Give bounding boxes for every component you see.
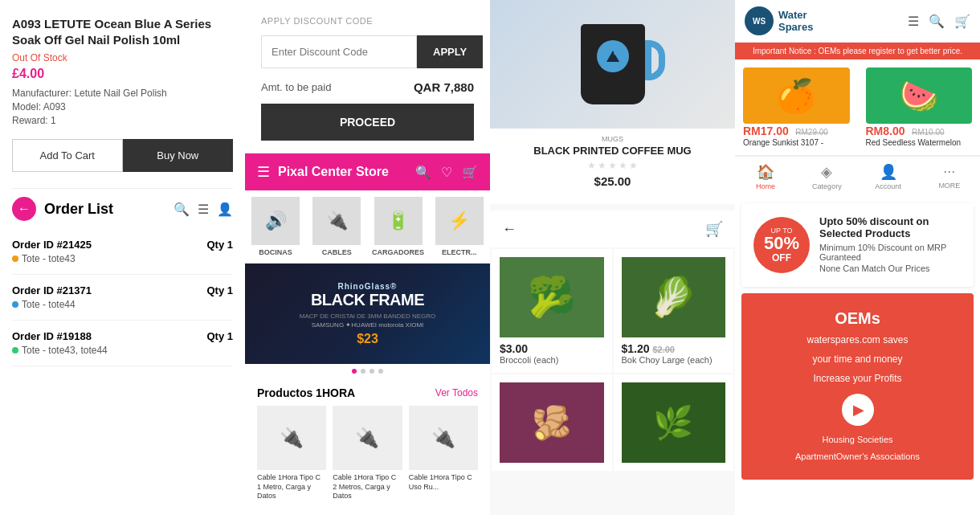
search-icon[interactable]: 🔍 — [929, 14, 945, 29]
mug-price: $25.00 — [490, 174, 735, 196]
nav-account[interactable]: 👤 Account — [858, 157, 919, 197]
product-card-2[interactable]: 🔌 Cable 1Hora Tipo C 2 Metros, Carga y D… — [333, 406, 402, 501]
broccoli-image: 🥦 — [500, 257, 604, 337]
ws-logo-icon: WS — [745, 6, 774, 35]
item-name: Bok Choy Large (each) — [622, 355, 726, 365]
grocery-item-bokchoy[interactable]: 🥬 $1.20 $2.00 Bok Choy Large (each) — [614, 249, 734, 373]
discount-pct: 50% — [764, 235, 799, 252]
ws-header: WS Water Spares ☰ 🔍 🛒 — [735, 0, 980, 43]
search-icon[interactable]: 🔍 — [415, 165, 431, 180]
product-actions: Add To Cart Buy Now — [12, 139, 233, 172]
notice-bar: Important Notice : OEMs please register … — [735, 43, 980, 59]
productos-title: Productos 1HORA — [257, 386, 355, 399]
product-name: Cable 1Hora Tipo C 2 Metros, Carga y Dat… — [333, 473, 402, 501]
ws-header-icons: ☰ 🔍 🛒 — [908, 14, 970, 29]
search-icon[interactable]: 🔍 — [174, 202, 190, 217]
cart-icon[interactable]: 🛒 — [705, 220, 723, 238]
banner-brands: SAMSUNG ✦HUAWEI motorola XIOMI — [300, 321, 436, 329]
herb-image: 🌿 — [622, 382, 726, 463]
nav-category[interactable]: ◈ Category — [796, 157, 857, 197]
bokchoy-image: 🥬 — [622, 257, 726, 337]
product-title: A093 LETUTE Ocean Blue A Series Soak Off… — [12, 16, 233, 47]
category-bocinas[interactable]: 🔊 BOCINAS — [245, 190, 306, 263]
product-thumbnail: 🔌 — [409, 406, 478, 470]
category-electr[interactable]: ⚡ ELECTR... — [429, 190, 490, 263]
order-list-icons: 🔍 ☰ 👤 — [174, 202, 233, 217]
oem-line3: Increase your Profits — [753, 371, 962, 386]
amount-value: QAR 7,880 — [414, 80, 474, 94]
account-icon[interactable]: 👤 — [217, 202, 233, 217]
product-card-1[interactable]: 🔌 Cable 1Hora Tipo C 1 Metro, Carga y Da… — [257, 406, 326, 501]
status-dot — [12, 347, 18, 354]
mug-logo-circle — [597, 40, 629, 72]
product-price: £4.00 — [12, 67, 233, 81]
reward-info: Reward: 1 — [12, 115, 233, 126]
orange-name: Orange Sunkist 3107 - — [743, 138, 850, 147]
back-button[interactable]: ← — [12, 197, 36, 221]
oem-title: OEMs — [753, 309, 962, 328]
dot-4 — [378, 369, 383, 374]
order-item-2[interactable]: Order ID #21371 Qty 1 Tote - tote44 — [12, 275, 233, 321]
order-qty: Qty 1 — [206, 284, 233, 296]
fruit-item-orange[interactable]: 🍊 RM17.00 RM29.00 Orange Sunkist 3107 - — [735, 59, 858, 155]
discount-input[interactable] — [261, 35, 417, 68]
product-card-3[interactable]: 🔌 Cable 1Hora Tipo C Uso Ru... — [409, 406, 478, 501]
star-1: ★ — [587, 160, 596, 171]
order-item-3[interactable]: Order ID #19188 Qty 1 Tote - tote43, tot… — [12, 321, 233, 366]
order-tote: Tote - tote43, tote44 — [22, 345, 108, 356]
oem-footer1: Housing Societies — [753, 434, 962, 446]
grocery-item-herb[interactable]: 🌿 — [614, 374, 734, 471]
off-label: OFF — [772, 252, 791, 264]
water-spares-panel: WS Water Spares ☰ 🔍 🛒 Important Notice :… — [735, 0, 980, 515]
discount-label: APPLY DISCOUNT CODE — [261, 16, 474, 26]
product-thumbnail: 🔌 — [257, 406, 326, 470]
order-id: Order ID #21425 — [12, 239, 92, 251]
grocery-item-beet[interactable]: 🫚 — [492, 374, 612, 471]
fruit-item-watermelon[interactable]: 🍉 RM8.00 RM10.00 Red Seedless Watermelon — [858, 59, 981, 155]
ws-logo: WS Water Spares — [745, 6, 908, 35]
category-label: BOCINAS — [259, 248, 292, 256]
filter-icon[interactable]: ☰ — [198, 202, 209, 217]
productos-header: Productos 1HORA Ver Todos — [245, 378, 490, 406]
banner-dots — [245, 364, 490, 378]
product-name: Cable 1Hora Tipo C 1 Metro, Carga y Dato… — [257, 473, 326, 501]
banner-name: BLACK FRAME — [300, 291, 436, 309]
heart-icon[interactable]: ♡ — [441, 165, 452, 180]
ver-todos-link[interactable]: Ver Todos — [435, 387, 478, 399]
product-detail-panel: A093 LETUTE Ocean Blue A Series Soak Off… — [0, 0, 245, 515]
apply-button[interactable]: APPLY — [417, 35, 483, 68]
ws-brand-name: Water — [778, 9, 813, 21]
oem-line2: your time and money — [753, 352, 962, 366]
play-button[interactable]: ▶ — [842, 394, 874, 426]
mug-body — [581, 24, 645, 104]
nav-home[interactable]: 🏠 Home — [735, 157, 796, 197]
buy-now-button[interactable]: Buy Now — [123, 139, 234, 172]
cart-icon[interactable]: 🛒 — [462, 165, 478, 180]
order-item-1[interactable]: Order ID #21425 Qty 1 Tote - tote43 — [12, 229, 233, 275]
proceed-button[interactable]: PROCEED — [261, 104, 474, 141]
discount-line1: Upto 50% discount on Selected Products — [819, 215, 962, 239]
store-header: ☰ Pixal Center Store 🔍 ♡ 🛒 — [245, 153, 490, 190]
order-tote: Tote - tote44 — [22, 299, 76, 310]
nav-home-label: Home — [756, 182, 775, 190]
store-name: Pixal Center Store — [278, 165, 415, 179]
watermelon-image: 🍉 — [866, 67, 973, 124]
manufacturer-info: Manufacturer: Letute Nail Gel Polish — [12, 88, 233, 99]
grocery-item-broccoli[interactable]: 🥦 $3.00 Broccoli (each) — [492, 249, 612, 373]
watermelon-name: Red Seedless Watermelon — [866, 138, 973, 147]
back-arrow-icon[interactable]: ← — [502, 221, 517, 238]
item-name: Broccoli (each) — [500, 355, 604, 365]
mug-handle — [645, 40, 665, 80]
discount-circle: UP TO 50% OFF — [753, 217, 810, 273]
nav-more[interactable]: ··· MORE — [919, 157, 980, 197]
cart-icon[interactable]: 🛒 — [954, 14, 970, 29]
nav-more-label: MORE — [938, 182, 960, 190]
category-cargadores[interactable]: 🔋 CARGADORES — [368, 190, 429, 263]
menu-icon[interactable]: ☰ — [257, 163, 270, 181]
oem-footer2: ApartmentOwner's Associations — [753, 451, 962, 463]
star-2: ★ — [598, 160, 606, 171]
category-image: 🔊 — [251, 197, 300, 245]
add-to-cart-button[interactable]: Add To Cart — [12, 139, 123, 172]
category-cables[interactable]: 🔌 CABLES — [306, 190, 367, 263]
menu-icon[interactable]: ☰ — [908, 14, 919, 29]
